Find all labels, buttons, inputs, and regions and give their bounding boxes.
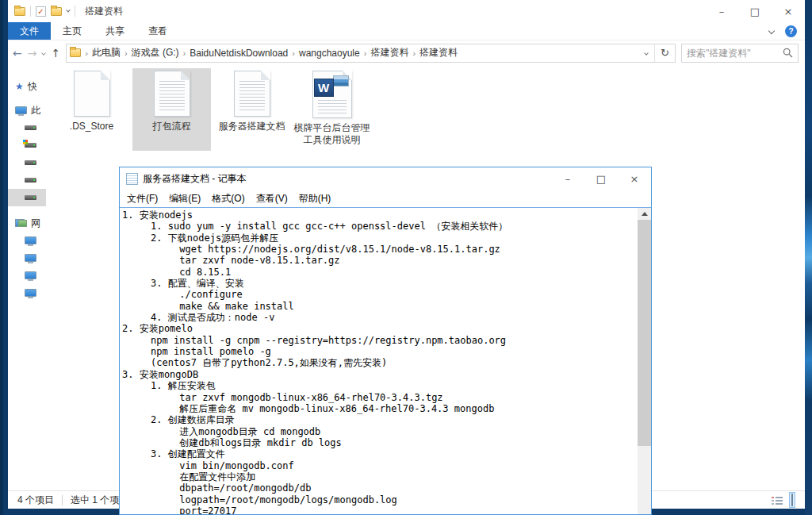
sidebar-label: 网 (31, 217, 40, 230)
blank-file-icon (74, 71, 110, 117)
quick-access-star-icon: ★ (15, 82, 24, 91)
file-item-dabao-liucheng[interactable]: 打包流程 (132, 68, 211, 151)
sidebar-item-drive-system[interactable] (8, 136, 46, 154)
sidebar-item-drive-3[interactable] (8, 171, 46, 189)
notepad-window: 服务器搭建文档 - 记事本 – □ × 文件(F) 编辑(E) 格式(O) 查看… (119, 167, 652, 515)
maximize-button[interactable]: □ (738, 0, 772, 22)
sidebar-item-drive-1[interactable] (8, 119, 46, 136)
breadcrumb-separator: › (183, 48, 186, 58)
address-toolbar: ← → ↑ › 此电脑 › 游戏盘 (G:) › BaiduNetdiskDow… (8, 40, 805, 65)
notepad-menubar: 文件(F) 编辑(E) 格式(O) 查看(V) 帮助(H) (120, 190, 651, 208)
scroll-up-arrow-icon[interactable] (638, 208, 651, 220)
sidebar-item-computer-2[interactable] (8, 249, 46, 267)
notepad-maximize-button[interactable]: □ (584, 167, 618, 190)
notepad-titlebar: 服务器搭建文档 - 记事本 – □ × (120, 167, 651, 190)
notepad-close-button[interactable]: × (618, 167, 651, 190)
computer-icon (25, 271, 36, 279)
sidebar-item-this-pc[interactable]: 此 (8, 102, 46, 119)
breadcrumb-folder-2[interactable]: 搭建资料 (419, 46, 458, 60)
windows-drive-icon (25, 143, 36, 148)
breadcrumb-separator: › (364, 48, 367, 58)
status-separator (62, 495, 63, 505)
tab-file[interactable]: 文件 (8, 22, 51, 40)
file-item-ds-store[interactable]: .DS_Store (52, 68, 131, 151)
sidebar-item-computer-4[interactable] (8, 284, 46, 302)
sidebar-item-drive-2[interactable] (8, 154, 46, 171)
thumbnails-view-icon[interactable] (789, 492, 795, 508)
menu-help[interactable]: 帮助(H) (293, 192, 337, 206)
explorer-titlebar: ✓ 搭建资料 – □ × (8, 0, 805, 22)
collapse-ribbon-chevron-icon[interactable] (768, 28, 775, 34)
scrollbar-thumb[interactable] (638, 220, 651, 446)
breadcrumb-separator: › (124, 48, 128, 58)
breadcrumb-folder-1[interactable]: 搭建资料 (370, 46, 408, 60)
notepad-minimize-button[interactable]: – (551, 167, 584, 190)
up-button[interactable]: ↑ (51, 47, 60, 60)
breadcrumb-wangchaoyule[interactable]: wangchaoyule (299, 48, 360, 59)
tab-share[interactable]: 共享 (94, 22, 136, 40)
titlebar-separator (75, 6, 75, 17)
window-title: 搭建资料 (85, 5, 123, 18)
word-logo-icon: W (314, 79, 334, 97)
explorer-window-controls: – □ × (705, 0, 805, 22)
sidebar-item-drive-current[interactable] (8, 189, 46, 206)
sidebar-item-computer-1[interactable] (8, 232, 46, 249)
sidebar-item-network[interactable]: 网 (8, 214, 46, 232)
breadcrumb-drive-g[interactable]: 游戏盘 (G:) (132, 46, 179, 60)
close-button[interactable]: × (772, 0, 805, 22)
recent-locations-chevron-icon[interactable] (42, 51, 47, 56)
refresh-button[interactable]: ↻ (654, 44, 675, 62)
menu-edit[interactable]: 编辑(E) (163, 192, 206, 206)
drive-icon (25, 178, 36, 183)
minimize-button[interactable]: – (705, 0, 738, 22)
text-file-icon (154, 71, 190, 117)
item-count: 4 个项目 (17, 494, 54, 507)
sidebar-label: 快 (28, 80, 37, 94)
drive-icon (25, 125, 36, 130)
menu-format[interactable]: 格式(O) (206, 192, 250, 206)
word-file-icon: W (312, 71, 352, 118)
desktop-wallpaper-left (0, 0, 8, 515)
network-icon (15, 219, 27, 227)
titlebar-separator (30, 6, 31, 17)
word-thumbnail-image (333, 75, 349, 86)
tab-view[interactable]: 查看 (136, 22, 179, 40)
menu-view[interactable]: 查看(V) (251, 192, 293, 206)
breadcrumb-separator: › (292, 48, 295, 58)
sidebar-item-quick-access[interactable]: ★ 快 (8, 78, 46, 95)
location-folder-icon (70, 48, 81, 57)
file-item-word-manual[interactable]: W 棋牌平台后台管理工具使用说明 (293, 68, 371, 151)
ribbon-tab-bar: 文件 主页 共享 查看 ? (8, 22, 805, 40)
tab-home[interactable]: 主页 (51, 22, 94, 40)
text-file-icon (234, 71, 270, 117)
notepad-scrollbar[interactable] (638, 208, 651, 514)
sidebar-item-computer-3[interactable] (8, 267, 46, 284)
notepad-text-content: 1. 安装nodejs 1. sudo yum -y install gcc g… (120, 208, 638, 514)
file-name: 棋牌平台后台管理工具使用说明 (294, 122, 370, 146)
search-input[interactable] (687, 48, 783, 59)
notepad-window-controls: – □ × (551, 167, 651, 190)
properties-check-icon[interactable]: ✓ (36, 6, 46, 17)
notepad-text-area[interactable]: 1. 安装nodejs 1. sudo yum -y install gcc g… (120, 208, 638, 514)
app-folder-icon (14, 7, 25, 16)
menu-file[interactable]: 文件(F) (121, 192, 163, 206)
search-box (681, 44, 799, 63)
address-bar[interactable]: › 此电脑 › 游戏盘 (G:) › BaiduNetdiskDownload … (67, 44, 638, 62)
drive-icon (25, 195, 36, 200)
address-dropdown-chevron-icon[interactable] (638, 44, 654, 62)
address-bar-group: › 此电脑 › 游戏盘 (G:) › BaiduNetdiskDownload … (66, 44, 676, 63)
help-icon[interactable]: ? (785, 25, 797, 37)
file-name: .DS_Store (70, 121, 113, 133)
breadcrumb-baidunetdiskdownload[interactable]: BaiduNetdiskDownload (190, 48, 288, 59)
back-button[interactable]: ← (13, 47, 22, 60)
customize-toolbar-chevron-icon[interactable] (66, 8, 71, 13)
breadcrumb-this-pc[interactable]: 此电脑 (92, 46, 121, 60)
breadcrumb-separator: › (412, 48, 416, 58)
file-item-server-doc[interactable]: 服务器搭建文档 (213, 68, 291, 151)
search-icon[interactable] (783, 48, 793, 58)
computer-icon (25, 289, 36, 297)
desktop-wallpaper-right (805, 0, 812, 515)
details-view-icon[interactable] (772, 496, 783, 505)
new-folder-icon[interactable] (51, 7, 62, 16)
forward-button[interactable]: → (28, 47, 37, 60)
